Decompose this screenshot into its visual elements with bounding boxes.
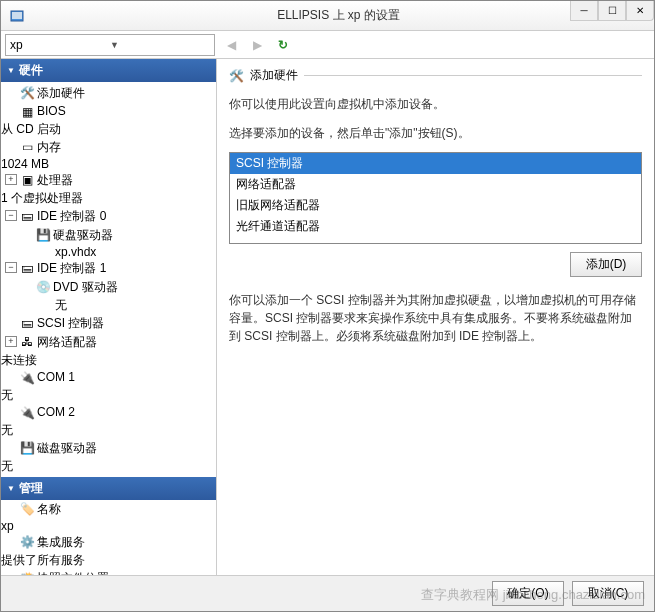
minimize-button[interactable]: ─ [570,1,598,21]
floppy-icon: 💾 [19,440,35,456]
tree: 🛠️ 添加硬件 ▦ BIOS 从 CD 启动 ▭ 内存 1024 MB +▣ 处… [1,82,216,575]
tree-item-network[interactable]: +🖧 网络适配器 [1,333,216,352]
tree-item-ide1[interactable]: −🖴 IDE 控制器 1 [1,259,216,278]
tree-item-processor[interactable]: +▣ 处理器 [1,171,216,190]
dvd-icon: 💿 [35,279,51,295]
tree-item-harddisk[interactable]: 💾 硬盘驱动器 [1,226,216,245]
app-icon [9,8,25,24]
nav-forward-button[interactable]: ▶ [247,35,267,55]
tree-sub: 无 [1,422,216,439]
collapse-icon: ▼ [7,484,15,493]
listbox-item-scsi[interactable]: SCSI 控制器 [230,153,641,174]
add-button[interactable]: 添加(D) [570,252,642,277]
scsi-icon: 🖴 [19,315,35,331]
listbox-item-legacy-network[interactable]: 旧版网络适配器 [230,195,641,216]
close-button[interactable]: ✕ [626,1,654,21]
chevron-down-icon: ▼ [110,40,210,50]
tree-sub: 1 个虚拟处理器 [1,190,216,207]
listbox-item-fibre[interactable]: 光纤通道适配器 [230,216,641,237]
tree-item-name[interactable]: 🏷️ 名称 [1,500,216,519]
expand-icon[interactable]: + [5,336,17,347]
tree-item-snapshot[interactable]: 📸 快照文件位置 [1,569,216,575]
management-section-header[interactable]: ▼ 管理 [1,477,216,500]
listbox-item-network[interactable]: 网络适配器 [230,174,641,195]
tree-sub: 提供了所有服务 [1,552,216,569]
nav-back-button[interactable]: ◀ [221,35,241,55]
tree-sub: 无 [1,458,216,475]
tree-item-com2[interactable]: 🔌 COM 2 [1,404,216,422]
controller-icon: 🖴 [19,260,35,276]
tree-sub: 从 CD 启动 [1,121,216,138]
expand-icon[interactable]: + [5,174,17,185]
disk-icon: 💾 [35,227,51,243]
tree-item-floppy[interactable]: 💾 磁盘驱动器 [1,439,216,458]
tree-item-ide0[interactable]: −🖴 IDE 控制器 0 [1,207,216,226]
tree-sub: 无 [1,387,216,404]
maximize-button[interactable]: ☐ [598,1,626,21]
window-title: ELLIPSIS 上 xp 的设置 [31,7,646,24]
refresh-button[interactable]: ↻ [273,35,293,55]
network-icon: 🖧 [19,334,35,350]
cancel-button[interactable]: 取消(C) [572,581,644,606]
tree-sub: 1024 MB [1,157,216,171]
vm-selector-dropdown[interactable]: xp ▼ [5,34,215,56]
tree-sub: 未连接 [1,352,216,369]
tree-item-add-hardware[interactable]: 🛠️ 添加硬件 [1,84,216,103]
add-hardware-icon: 🛠️ [19,85,35,101]
controller-icon: 🖴 [19,208,35,224]
description-2: 选择要添加的设备，然后单击"添加"按钮(S)。 [229,125,642,142]
collapse-icon: ▼ [7,66,15,75]
svg-rect-1 [12,12,22,19]
com-icon: 🔌 [19,370,35,386]
memory-icon: ▭ [19,139,35,155]
toolbar: xp ▼ ◀ ▶ ↻ [1,31,654,59]
tree-item-com1[interactable]: 🔌 COM 1 [1,369,216,387]
content-pane: 🛠️ 添加硬件 你可以使用此设置向虚拟机中添加设备。 选择要添加的设备，然后单击… [217,59,654,575]
add-hardware-icon: 🛠️ [229,69,244,83]
tree-item-bios[interactable]: ▦ BIOS [1,103,216,121]
hardware-section-header[interactable]: ▼ 硬件 [1,59,216,82]
expand-icon[interactable]: − [5,262,17,273]
vm-selector-value: xp [10,38,110,52]
info-text: 你可以添加一个 SCSI 控制器并为其附加虚拟硬盘，以增加虚拟机的可用存储容量。… [229,291,642,345]
name-icon: 🏷️ [19,501,35,517]
tree-item-dvd[interactable]: 💿 DVD 驱动器 [1,278,216,297]
tree-item-memory[interactable]: ▭ 内存 [1,138,216,157]
tree-item-scsi[interactable]: 🖴 SCSI 控制器 [1,314,216,333]
footer: 确定(O) 取消(C) [1,575,654,611]
content-title: 添加硬件 [250,67,298,84]
tree-item-integration[interactable]: ⚙️ 集成服务 [1,533,216,552]
expand-icon[interactable]: − [5,210,17,221]
com-icon: 🔌 [19,405,35,421]
integration-icon: ⚙️ [19,534,35,550]
sidebar: ▼ 硬件 🛠️ 添加硬件 ▦ BIOS 从 CD 启动 ▭ 内存 1024 MB… [1,59,217,575]
bios-icon: ▦ [19,104,35,120]
tree-sub: 无 [1,297,216,314]
device-listbox[interactable]: SCSI 控制器 网络适配器 旧版网络适配器 光纤通道适配器 [229,152,642,244]
ok-button[interactable]: 确定(O) [492,581,564,606]
snapshot-icon: 📸 [19,570,35,575]
divider [304,75,642,76]
titlebar: ELLIPSIS 上 xp 的设置 ─ ☐ ✕ [1,1,654,31]
tree-sub: xp.vhdx [1,245,216,259]
description-1: 你可以使用此设置向虚拟机中添加设备。 [229,96,642,113]
tree-sub: xp [1,519,216,533]
cpu-icon: ▣ [19,172,35,188]
